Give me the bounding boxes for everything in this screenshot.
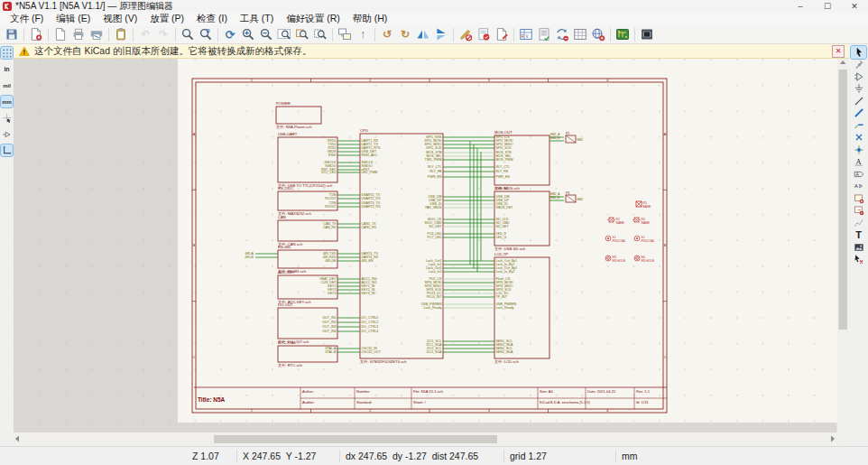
export-netlist-icon bbox=[591, 27, 605, 42]
draw-bus-button[interactable] bbox=[851, 107, 866, 120]
svg-text:B: B bbox=[193, 244, 196, 247]
toggle-grid-button[interactable] bbox=[1, 47, 13, 59]
menu-item-4[interactable]: 检查 (I) bbox=[190, 13, 234, 25]
menu-item-5[interactable]: 工具 (T) bbox=[234, 13, 280, 25]
svg-text:OUT_IN2: OUT_IN2 bbox=[322, 321, 336, 324]
hierarchical-sheet-button[interactable] bbox=[851, 192, 866, 205]
no-connect-flag-button[interactable] bbox=[851, 132, 866, 144]
update-symbols-button[interactable] bbox=[553, 26, 571, 43]
edit-library-links-icon bbox=[494, 27, 509, 42]
place-symbol-button[interactable] bbox=[851, 70, 866, 83]
toolbar-separator bbox=[513, 28, 514, 42]
svg-text:LCD-TP: LCD-TP bbox=[494, 252, 508, 256]
page-setup-button[interactable] bbox=[51, 26, 69, 43]
mirror-horizontal-button[interactable] bbox=[432, 26, 450, 43]
svg-text:RLY_CTL: RLY_CTL bbox=[496, 165, 511, 169]
units-mil-button[interactable]: mil bbox=[1, 79, 13, 91]
select-button[interactable] bbox=[851, 46, 866, 59]
zoom-objects-button[interactable] bbox=[293, 26, 311, 43]
graphic-lines-button[interactable] bbox=[851, 217, 866, 229]
menu-item-0[interactable]: 文件 (F) bbox=[4, 13, 50, 25]
draw-wire-button[interactable] bbox=[851, 95, 866, 107]
svg-text:OUT_IN1: OUT_IN1 bbox=[322, 316, 336, 320]
paste-icon bbox=[114, 27, 128, 42]
maximize-button[interactable]: ☐ bbox=[814, 0, 841, 13]
find-replace-button[interactable]: B bbox=[197, 26, 215, 43]
zoom-in-button[interactable] bbox=[239, 26, 257, 43]
bom-button[interactable] bbox=[535, 26, 553, 43]
zoom-out-button[interactable] bbox=[257, 26, 275, 43]
net-table-button[interactable] bbox=[571, 26, 589, 43]
minimize-button[interactable]: – bbox=[787, 0, 814, 13]
net-label-button[interactable]: A bbox=[851, 156, 866, 169]
import-sheet-pin-button[interactable] bbox=[851, 205, 866, 218]
undo-button[interactable]: ↶ bbox=[136, 26, 154, 43]
wire-to-bus-entry-button[interactable] bbox=[851, 119, 866, 132]
rotate-cw-button[interactable]: ↻ bbox=[396, 26, 414, 43]
highlight-net-button[interactable] bbox=[851, 59, 866, 71]
svg-text:2: 2 bbox=[369, 79, 371, 82]
svg-text:文件: STM32F103ZET6.sch: 文件: STM32F103ZET6.sch bbox=[360, 359, 407, 364]
svg-text:C: C bbox=[193, 356, 196, 359]
schematic-setup-button[interactable] bbox=[27, 26, 45, 43]
units-mm-button[interactable]: mm bbox=[1, 96, 13, 107]
menu-item-6[interactable]: 偏好设置 (R) bbox=[280, 13, 346, 25]
svg-text:MB2_B: MB2_B bbox=[550, 196, 559, 200]
svg-text:R2OUT: R2OUT bbox=[325, 205, 337, 209]
left-toolbar: inmilmm bbox=[0, 44, 14, 446]
image-button[interactable] bbox=[851, 241, 866, 254]
symbol-fields-table-button[interactable]: RV bbox=[517, 26, 535, 43]
delete-tool-button[interactable] bbox=[851, 254, 866, 266]
global-label-button[interactable]: A bbox=[851, 168, 866, 181]
svg-text:B: B bbox=[207, 28, 210, 33]
units-inch-button[interactable]: in bbox=[1, 63, 13, 75]
annotate-button[interactable] bbox=[457, 26, 475, 43]
schematic-canvas[interactable]: 11223344AABBCCTitle: N5AAuthor:Auditor:N… bbox=[14, 59, 849, 446]
svg-text:文件: USB-SD.sch: 文件: USB-SD.sch bbox=[494, 246, 526, 251]
leave-sheet-button[interactable]: ↑ bbox=[354, 26, 372, 43]
show-hidden-pins-button[interactable] bbox=[1, 128, 13, 140]
edit-library-links-button[interactable] bbox=[493, 26, 511, 43]
find-button[interactable] bbox=[179, 26, 197, 43]
print-button[interactable] bbox=[69, 26, 88, 43]
menu-item-1[interactable]: 编辑 (E) bbox=[50, 13, 97, 25]
export-netlist-button[interactable] bbox=[589, 26, 607, 43]
place-power-port-button[interactable] bbox=[851, 83, 866, 96]
redo-button[interactable]: ↷ bbox=[154, 26, 172, 43]
junction-button[interactable] bbox=[851, 144, 866, 156]
svg-text:485-DE: 485-DE bbox=[325, 259, 337, 263]
zoom-selection-icon bbox=[313, 27, 328, 42]
draw-bus-icon bbox=[854, 107, 864, 118]
close-button[interactable]: ✕ bbox=[841, 0, 868, 13]
hv-line-mode-button[interactable] bbox=[1, 144, 13, 156]
paste-button[interactable] bbox=[112, 26, 130, 43]
plot-button[interactable] bbox=[88, 26, 106, 43]
zoom-selection-button[interactable] bbox=[311, 26, 329, 43]
hierarchical-label-button[interactable]: A bbox=[851, 181, 866, 193]
save-button[interactable] bbox=[3, 26, 21, 43]
assign-footprints-button[interactable] bbox=[638, 26, 656, 43]
svg-text:RLY_CTL: RLY_CTL bbox=[428, 165, 442, 169]
svg-text:1: 1 bbox=[251, 79, 253, 82]
menu-item-3[interactable]: 放置 (P) bbox=[143, 13, 190, 25]
svg-text:File: N5A V1.1.sch: File: N5A V1.1.sch bbox=[413, 389, 443, 394]
hierarchy-navigator-button[interactable] bbox=[336, 26, 354, 43]
rotate-ccw-button[interactable]: ↺ bbox=[378, 26, 396, 43]
text-button[interactable]: T bbox=[851, 229, 866, 242]
open-pcb-editor-button[interactable] bbox=[614, 26, 632, 43]
menu-item-7[interactable]: 帮助 (H) bbox=[346, 13, 394, 25]
svg-text:文件: LCD.sch: 文件: LCD.sch bbox=[494, 359, 519, 364]
menu-item-2[interactable]: 视图 (V) bbox=[97, 13, 143, 25]
refresh-view-button[interactable]: ⟳ bbox=[221, 26, 239, 43]
svg-text:MOS-OUT: MOS-OUT bbox=[494, 130, 512, 135]
infobar-close-icon[interactable]: ✕ bbox=[832, 45, 845, 58]
svg-text:A: A bbox=[854, 184, 858, 190]
cursor-shape-button[interactable] bbox=[1, 112, 13, 124]
svg-text:MB1: MB1 bbox=[577, 138, 584, 142]
schematic-viewport[interactable]: 11223344AABBCCTitle: N5AAuthor:Auditor:N… bbox=[14, 59, 849, 446]
erc-button[interactable] bbox=[475, 26, 493, 43]
svg-text:I2C2_SDA: I2C2_SDA bbox=[427, 350, 443, 354]
zoom-fit-button[interactable] bbox=[275, 26, 293, 43]
mirror-vertical-button[interactable] bbox=[414, 26, 432, 43]
svg-text:DO_CTRL2: DO_CTRL2 bbox=[362, 321, 379, 324]
